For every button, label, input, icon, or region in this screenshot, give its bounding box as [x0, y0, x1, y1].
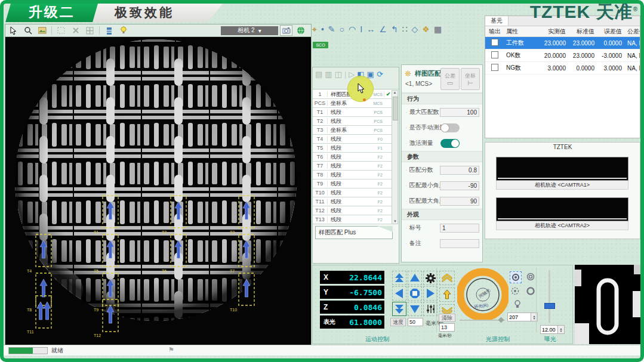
- camera-view[interactable]: T1 T2 T3 T4 T5 T6 T7 T8 T9 T10 T11 T12: [5, 37, 310, 346]
- zoom-tool-icon[interactable]: [21, 25, 34, 36]
- step-row[interactable]: PCS坐标系MCS: [313, 99, 392, 108]
- step-row[interactable]: T1线段PCS: [313, 108, 392, 117]
- tab-primitives[interactable]: 基元: [485, 16, 509, 26]
- step-row[interactable]: T2线段PCS: [313, 117, 392, 126]
- slot-detail-image: [575, 265, 640, 344]
- exposure-slider[interactable]: [549, 270, 550, 323]
- output-checkbox[interactable]: [491, 39, 498, 46]
- light-bulb-icon[interactable]: [117, 25, 130, 36]
- inspector-panel: ❊ 样图匹配 <1, MCS> 公差▭ 坐标⊢ 行为 ·最大匹配数 ·是否手动测…: [401, 64, 483, 262]
- spinner-arrows[interactable]: ▲▼: [558, 325, 565, 334]
- speed-input[interactable]: [408, 318, 423, 326]
- ring-light-2-icon[interactable]: [525, 271, 536, 282]
- angle-icon[interactable]: ∠: [379, 25, 387, 33]
- camera-select[interactable]: 相机 2▾: [221, 26, 278, 35]
- exposure-input[interactable]: [540, 325, 558, 334]
- blob-icon[interactable]: ◇: [412, 25, 418, 33]
- remark-input[interactable]: [440, 239, 479, 248]
- save-icon[interactable]: ◫: [335, 70, 342, 79]
- step-row[interactable]: T13线段F2: [313, 215, 392, 224]
- template-icon[interactable]: ❖: [422, 25, 430, 33]
- step-row[interactable]: T10线段F2: [313, 188, 392, 197]
- result-row[interactable]: 工件数23.0000 23.00000.0000 NA, NA: [485, 37, 640, 49]
- delete-tool-icon[interactable]: [69, 25, 82, 36]
- steps-scrollbar[interactable]: ▲▼: [392, 90, 398, 224]
- axis-settings-button[interactable]: [423, 302, 437, 316]
- result-row[interactable]: OK数20.0000 23.0000-3.0000 NA, NA: [485, 49, 640, 62]
- step-row[interactable]: T5线段F1: [313, 144, 392, 153]
- tolerance-button[interactable]: 公差▭: [440, 68, 460, 90]
- chevron-down-icon: ▾: [258, 27, 261, 34]
- ring-light-3-icon[interactable]: [510, 286, 520, 296]
- min-angle-input[interactable]: [440, 181, 479, 190]
- distance-icon[interactable]: Ⅰ: [360, 25, 362, 33]
- ring-light-1-icon[interactable]: [510, 271, 522, 283]
- step-row[interactable]: T7线段F2: [313, 162, 392, 171]
- toolbar-separator: [99, 26, 100, 35]
- arc-icon[interactable]: ◠: [349, 25, 356, 33]
- param-row: ·备注: [402, 236, 482, 251]
- import-icon[interactable]: ▤: [315, 70, 322, 79]
- column-view-icon[interactable]: [103, 25, 115, 36]
- step-row[interactable]: T12线段F2: [313, 206, 392, 215]
- manual-measure-toggle[interactable]: [440, 123, 460, 132]
- max-angle-input[interactable]: [440, 197, 479, 206]
- coordinate-axis-icon[interactable]: ⌖: [312, 25, 317, 33]
- grid-view-icon[interactable]: ▣: [367, 70, 374, 79]
- settings-gear-button[interactable]: [423, 271, 437, 285]
- max-match-input[interactable]: [440, 108, 479, 117]
- marquee-tool-icon[interactable]: [55, 25, 67, 36]
- coordinate-button[interactable]: 坐标⊢: [461, 68, 480, 90]
- line-icon[interactable]: ✎: [328, 25, 335, 33]
- label-number-input[interactable]: [440, 224, 479, 233]
- step-up-fast-button[interactable]: [439, 271, 455, 285]
- exposure-handle[interactable]: [544, 303, 555, 309]
- svg-text:T4: T4: [27, 269, 32, 273]
- refresh-icon[interactable]: ⟳: [377, 70, 383, 79]
- corner-icon[interactable]: ↰: [391, 25, 398, 33]
- light-value-input[interactable]: [507, 313, 531, 321]
- right-button[interactable]: [423, 286, 437, 301]
- step-row[interactable]: T6线段F2: [313, 153, 392, 162]
- light-ring[interactable]: 同轴光 环光(R): [457, 268, 509, 323]
- step-row[interactable]: T11线段F2: [313, 197, 392, 206]
- match-score-input[interactable]: [440, 166, 479, 175]
- scatter-icon[interactable]: ∷: [402, 25, 408, 33]
- flag-icon[interactable]: ⚑: [168, 346, 174, 354]
- scrollbar-thumb[interactable]: [393, 97, 398, 120]
- light-slider[interactable]: [460, 320, 505, 321]
- globe-icon[interactable]: [294, 25, 307, 36]
- crosshair-tool-icon[interactable]: [84, 25, 96, 36]
- output-checkbox[interactable]: [491, 64, 498, 71]
- step-row[interactable]: T9线段F2: [313, 180, 392, 188]
- step-input[interactable]: [439, 323, 455, 332]
- circle-icon[interactable]: ○: [340, 25, 344, 33]
- spinner-arrows[interactable]: ▲▼: [531, 313, 538, 321]
- left-button[interactable]: [392, 286, 406, 301]
- snapshot-icon[interactable]: [36, 25, 48, 36]
- ring-light-4-icon[interactable]: [525, 286, 536, 296]
- output-checkbox[interactable]: [491, 51, 498, 58]
- stop-icon: [412, 291, 417, 296]
- tolerance-icon: ▭: [447, 80, 453, 86]
- up-button[interactable]: [408, 271, 422, 285]
- point-icon[interactable]: •: [321, 25, 324, 33]
- calculator-icon[interactable]: ▦: [434, 25, 442, 33]
- down-button[interactable]: [408, 302, 422, 316]
- step-up-button[interactable]: [439, 287, 455, 302]
- step-row[interactable]: T4线段F0: [313, 135, 392, 144]
- width-icon[interactable]: ↔: [366, 25, 375, 33]
- cursor-tool-icon[interactable]: [7, 25, 20, 36]
- step-row[interactable]: T3坐标系PCS: [313, 126, 392, 135]
- step-row[interactable]: T8线段F2: [313, 171, 392, 180]
- bulb-light-icon[interactable]: [512, 299, 523, 310]
- capture-button[interactable]: [280, 25, 292, 36]
- clipboard-icon[interactable]: ▥: [325, 70, 332, 79]
- stop-button[interactable]: [408, 286, 422, 301]
- clear-button[interactable]: 清除: [439, 314, 455, 322]
- result-row[interactable]: NG数3.0000 0.00003.0000 NA, NA: [485, 62, 640, 75]
- svg-text:T10: T10: [230, 308, 237, 312]
- fast-up-button[interactable]: [392, 271, 406, 285]
- active-measure-toggle[interactable]: [440, 139, 460, 148]
- fast-down-button[interactable]: [392, 302, 406, 316]
